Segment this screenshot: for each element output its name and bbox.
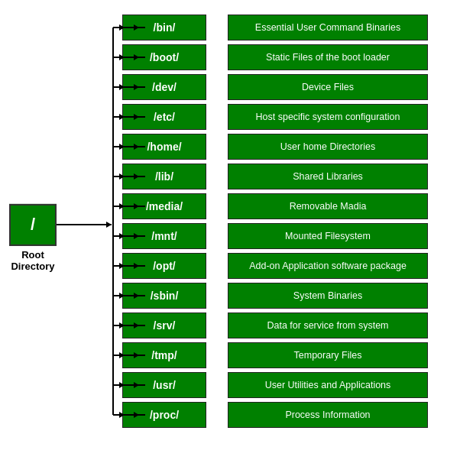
dir-box: /mnt/	[122, 223, 206, 249]
dir-box: /lib/	[122, 164, 206, 189]
table-row: /bin/Essential User Command Binaries	[122, 14, 460, 41]
desc-box: Static Files of the boot loader	[228, 44, 428, 70]
table-row: /usr/User Utilities and Applications	[122, 371, 460, 399]
dir-box: /sbin/	[122, 283, 206, 309]
dir-box: /dev/	[122, 74, 206, 100]
desc-box: Device Files	[228, 74, 428, 100]
table-row: /mnt/Mounted Filesystem	[122, 222, 460, 250]
dir-box: /boot/	[122, 44, 206, 70]
desc-box: User home Directories	[228, 134, 428, 160]
dir-box: /opt/	[122, 253, 206, 279]
desc-box: Essential User Command Binaries	[228, 15, 428, 40]
table-row: /tmp/Temporary Files	[122, 342, 460, 369]
table-row: /media/Removable Madia	[122, 193, 460, 220]
dir-box: /tmp/	[122, 342, 206, 368]
desc-box: Host specific system configuration	[228, 104, 428, 130]
dir-box: /etc/	[122, 104, 206, 130]
dir-box: /usr/	[122, 372, 206, 398]
desc-box: Temporary Files	[228, 342, 428, 368]
desc-box: Data for service from system	[228, 312, 428, 338]
desc-box: Add-on Application software package	[228, 253, 428, 279]
desc-box: User Utilities and Applications	[228, 372, 428, 398]
table-row: /proc/Process Information	[122, 401, 460, 429]
table-row: /etc/Host specific system configuration	[122, 103, 460, 131]
table-row: /lib/Shared Libraries	[122, 163, 460, 190]
table-row: /srv/Data for service from system	[122, 312, 460, 339]
table-row: /home/User home Directories	[122, 133, 460, 160]
table-row: /dev/Device Files	[122, 73, 460, 101]
dir-box: /bin/	[122, 15, 206, 40]
dir-box: /home/	[122, 134, 206, 160]
desc-box: System Binaries	[228, 283, 428, 309]
table-row: /boot/Static Files of the boot loader	[122, 44, 460, 71]
desc-box: Process Information	[228, 402, 428, 428]
root-box: /	[9, 203, 57, 245]
root-label: RootDirectory	[11, 248, 54, 272]
desc-box: Shared Libraries	[228, 164, 428, 189]
dir-box: /srv/	[122, 312, 206, 338]
table-row: /opt/Add-on Application software package	[122, 252, 460, 280]
dir-box: /proc/	[122, 402, 206, 428]
svg-marker-1	[106, 222, 112, 228]
desc-box: Mounted Filesystem	[228, 223, 428, 249]
desc-box: Removable Madia	[228, 193, 428, 219]
table-row: /sbin/System Binaries	[122, 282, 460, 309]
dir-box: /media/	[122, 193, 206, 219]
